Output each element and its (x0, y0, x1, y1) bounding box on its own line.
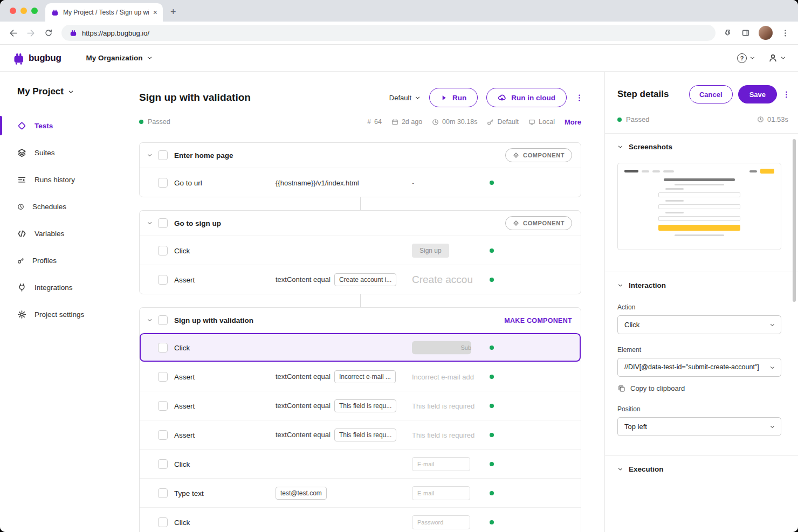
address-bar[interactable]: https://app.bugbug.io/ (61, 25, 716, 41)
sidebar-item-tests[interactable]: Tests (0, 112, 139, 139)
chevron-down-icon (769, 322, 775, 328)
gear-icon (17, 310, 26, 319)
collapse-group-icon[interactable] (147, 317, 153, 323)
sidebar-item-label: Schedules (32, 203, 66, 211)
make-component-link[interactable]: MAKE COMPONENT (504, 317, 572, 324)
url-text: https://app.bugbug.io/ (82, 29, 149, 37)
sidebar-item-suites[interactable]: Suites (0, 139, 139, 166)
step-passed-dot (490, 433, 494, 437)
save-button[interactable]: Save (738, 85, 777, 103)
step-checkbox[interactable] (158, 178, 168, 188)
forward-icon[interactable] (26, 29, 36, 38)
screenshot-thumbnail[interactable] (617, 163, 781, 250)
step-row[interactable]: Type texttest@test.comE-mail (140, 478, 581, 507)
panel-menu-icon[interactable] (782, 90, 790, 99)
minimize-window-button[interactable] (20, 8, 27, 14)
step-selector-input-preview[interactable]: Password (412, 515, 470, 529)
collapse-group-icon[interactable] (147, 220, 153, 226)
group-checkbox[interactable] (158, 150, 168, 160)
back-icon[interactable] (9, 29, 18, 38)
step-details-panel: Step details Cancel Save Passed 01.53s S… (604, 72, 798, 532)
position-select[interactable]: Top left (617, 417, 781, 436)
step-checkbox[interactable] (158, 246, 168, 255)
extensions-icon[interactable] (724, 29, 733, 37)
sidebar-item-variables[interactable]: Variables (0, 220, 139, 247)
step-selector-chip[interactable]: Sign up (412, 244, 449, 258)
group-checkbox[interactable] (158, 218, 168, 228)
step-value-chip[interactable]: This field is requ... (334, 399, 396, 412)
step-row[interactable]: AsserttextContent equalCreate account i.… (140, 265, 581, 294)
copy-label: Copy to clipboard (630, 384, 685, 392)
step-checkbox[interactable] (158, 459, 168, 469)
step-checkbox[interactable] (158, 488, 168, 498)
cancel-button[interactable]: Cancel (689, 85, 733, 103)
step-row[interactable]: ClickPassword (140, 507, 581, 532)
sidebar-item-runs-history[interactable]: Runs history (0, 166, 139, 193)
step-row[interactable]: ClickE-mail (140, 449, 581, 478)
step-value-chip[interactable]: Create account i... (334, 273, 396, 286)
project-selector[interactable]: My Project (0, 72, 139, 97)
zoom-window-button[interactable] (31, 8, 38, 14)
sidebar-item-project-settings[interactable]: Project settings (0, 301, 139, 328)
sidebar-item-schedules[interactable]: Schedules (0, 193, 139, 220)
group-header: Enter home pageCOMPONENT (140, 143, 581, 168)
step-row[interactable]: AsserttextContent equalThis field is req… (140, 420, 581, 449)
organization-selector[interactable]: My Organization (86, 54, 153, 62)
browser-tab[interactable]: My Project / Tests / Sign up wit × (45, 3, 163, 22)
screenshots-section-header[interactable]: Screenshots (617, 134, 798, 160)
collapse-group-icon[interactable] (147, 153, 153, 158)
element-select[interactable]: //DIV[@data-test-id="submit-create-accou… (617, 358, 781, 377)
step-row[interactable]: ClickSub (140, 333, 581, 362)
step-checkbox[interactable] (158, 372, 168, 382)
step-selector-pill[interactable]: Sub (412, 341, 471, 354)
step-value-chip[interactable]: test@test.com (276, 487, 327, 500)
action-select[interactable]: Click (617, 315, 781, 334)
thumbnail-form (624, 178, 774, 236)
browser-profile-avatar[interactable] (759, 26, 773, 40)
chevron-down-icon (769, 424, 775, 430)
account-menu[interactable] (768, 53, 786, 63)
step-checkbox[interactable] (158, 343, 168, 353)
step-row[interactable]: AsserttextContent equalThis field is req… (140, 391, 581, 420)
help-menu[interactable]: ? (737, 53, 755, 63)
step-selector-text: - (412, 178, 414, 186)
panel-scrollbar[interactable] (793, 139, 796, 302)
run-in-cloud-button[interactable]: Run in cloud (486, 88, 567, 107)
more-link[interactable]: More (565, 118, 581, 126)
run-mode: Local (528, 118, 555, 126)
sidebar-item-profiles[interactable]: Profiles (0, 247, 139, 274)
reload-icon[interactable] (44, 29, 53, 37)
step-value-chip[interactable]: This field is requ... (334, 429, 396, 441)
run-profile-value: Default (389, 94, 411, 102)
step-row[interactable]: Go to url{{hostname}}/v1/index.html- (140, 168, 581, 197)
component-badge: COMPONENT (505, 216, 572, 230)
step-row[interactable]: ClickSign up (140, 236, 581, 265)
bugbug-logo[interactable]: bugbug (12, 52, 61, 65)
step-checkbox[interactable] (158, 401, 168, 411)
side-panel-icon[interactable] (741, 29, 750, 37)
execution-section-header[interactable]: Execution (617, 456, 798, 482)
browser-menu-icon[interactable] (781, 29, 789, 38)
step-checkbox[interactable] (158, 275, 168, 285)
step-row[interactable]: AsserttextContent equalIncorrect e-mail … (140, 362, 581, 391)
step-checkbox[interactable] (158, 430, 168, 440)
thumbnail-heading (664, 178, 735, 181)
new-tab-button[interactable]: + (170, 6, 176, 18)
step-checkbox[interactable] (158, 517, 168, 527)
step-value-chip[interactable]: Incorrect e-mail ... (334, 370, 396, 383)
step-action-label: Click (174, 246, 190, 254)
component-badge-label: COMPONENT (523, 152, 565, 158)
sidebar-item-integrations[interactable]: Integrations (0, 274, 139, 301)
interaction-section-header[interactable]: Interaction (617, 272, 798, 298)
group-header: Go to sign upCOMPONENT (140, 211, 581, 236)
tab-close-icon[interactable]: × (153, 9, 157, 16)
group-checkbox[interactable] (158, 315, 168, 325)
copy-to-clipboard[interactable]: Copy to clipboard (617, 384, 798, 392)
step-selector-input-preview[interactable]: E-mail (412, 457, 470, 471)
group-title: Enter home page (174, 151, 233, 160)
run-profile-dropdown[interactable]: Default (389, 94, 421, 102)
test-menu-icon[interactable] (575, 93, 583, 102)
run-button[interactable]: Run (429, 88, 478, 107)
step-selector-input-preview[interactable]: E-mail (412, 486, 470, 500)
close-window-button[interactable] (10, 8, 16, 14)
